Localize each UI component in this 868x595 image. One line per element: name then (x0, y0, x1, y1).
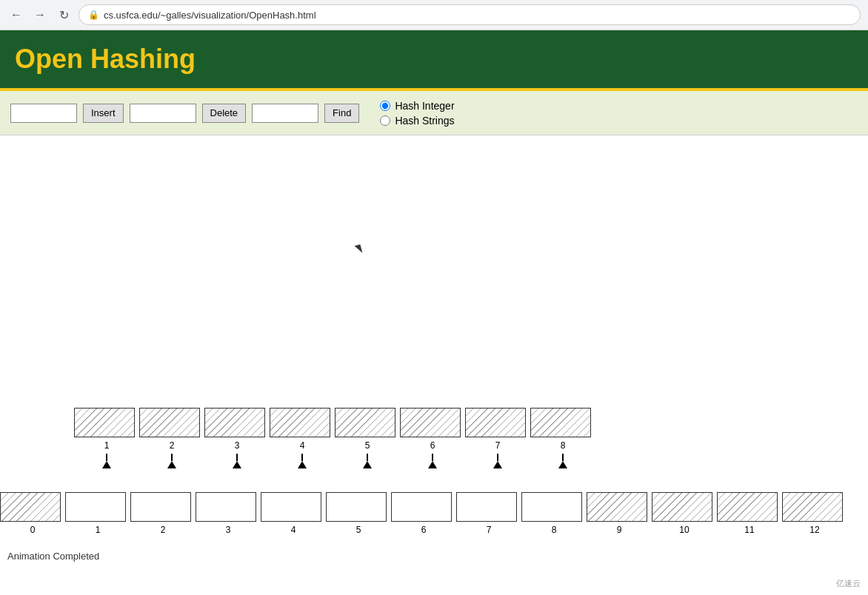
top-slot-1: 1 (74, 408, 139, 468)
refresh-button[interactable]: ↻ (55, 6, 73, 24)
status-bar: Animation Completed (0, 548, 107, 565)
lock-icon: 🔒 (88, 10, 99, 20)
page-header: Open Hashing (0, 30, 868, 91)
bottom-slot-4: 4 (261, 492, 326, 535)
find-button[interactable]: Find (324, 104, 359, 123)
bottom-slot-label-12: 12 (782, 525, 847, 535)
top-slot-4: 4 (270, 408, 335, 468)
bottom-slot-label-8: 8 (521, 525, 587, 535)
top-slot-arrow-3 (204, 454, 270, 468)
top-slot-arrow-1 (74, 454, 139, 468)
delete-input[interactable] (130, 104, 196, 123)
top-slot-box-4 (270, 408, 330, 437)
top-slot-6: 6 (400, 408, 465, 468)
bottom-slot-3: 3 (196, 492, 261, 535)
bottom-slot-box-12 (782, 492, 843, 522)
bottom-slot-label-7: 7 (456, 525, 521, 535)
top-slot-box-2 (139, 408, 200, 437)
top-slot-8: 8 (530, 408, 595, 468)
top-slot-label-3: 3 (204, 440, 270, 451)
bottom-slot-11: 11 (717, 492, 782, 535)
top-slot-label-4: 4 (270, 440, 335, 451)
top-slot-arrow-2 (139, 454, 204, 468)
bottom-slot-10: 10 (652, 492, 717, 535)
hash-integer-text: Hash Integer (395, 100, 454, 112)
bottom-slot-9: 9 (587, 492, 652, 535)
top-slot-arrow-5 (335, 454, 400, 468)
bottom-slot-label-6: 6 (391, 525, 456, 535)
page-title: Open Hashing (15, 44, 853, 75)
top-slot-arrow-8 (530, 454, 595, 468)
top-slot-7: 7 (465, 408, 530, 468)
bottom-slot-1: 1 (65, 492, 130, 535)
top-slot-3: 3 (204, 408, 270, 468)
bottom-slot-box-10 (652, 492, 712, 522)
top-slot-label-5: 5 (335, 440, 400, 451)
insert-button[interactable]: Insert (83, 104, 124, 123)
bottom-slot-box-6 (391, 492, 452, 522)
forward-button[interactable]: → (31, 6, 49, 24)
bottom-slot-label-1: 1 (65, 525, 130, 535)
cursor-arrow (355, 244, 363, 255)
insert-input[interactable] (10, 104, 77, 123)
bottom-slot-label-0: 0 (0, 525, 65, 535)
top-array: 1 2 3 (74, 408, 595, 468)
top-slot-box-6 (400, 408, 461, 437)
top-slot-box-8 (530, 408, 591, 437)
bottom-slot-label-10: 10 (652, 525, 717, 535)
top-slot-label-8: 8 (530, 440, 595, 451)
status-text: Animation Completed (7, 551, 99, 562)
main-area: 1 2 3 (0, 135, 868, 565)
top-slot-label-2: 2 (139, 440, 204, 451)
browser-toolbar: ← → ↻ 🔒 cs.usfca.edu/~galles/visualizati… (0, 0, 868, 30)
controls-bar: Insert Delete Find Hash Integer Hash Str… (0, 91, 868, 135)
bottom-slot-box-2 (130, 492, 191, 522)
bottom-slot-box-1 (65, 492, 126, 522)
url-text: cs.usfca.edu/~galles/visualization/OpenH… (104, 10, 316, 21)
back-button[interactable]: ← (7, 6, 25, 24)
top-slot-label-6: 6 (400, 440, 465, 451)
bottom-slot-box-7 (456, 492, 517, 522)
bottom-slot-label-5: 5 (326, 525, 391, 535)
bottom-slot-box-4 (261, 492, 321, 522)
bottom-slot-label-11: 11 (717, 525, 782, 535)
bottom-array: 0 1 2 3 4 5 6 (0, 492, 847, 535)
top-slot-box-1 (74, 408, 135, 437)
bottom-slot-box-9 (587, 492, 647, 522)
bottom-slot-label-4: 4 (261, 525, 326, 535)
address-bar[interactable]: 🔒 cs.usfca.edu/~galles/visualization/Ope… (79, 4, 861, 25)
bottom-slot-12: 12 (782, 492, 847, 535)
hash-integer-radio[interactable] (380, 101, 390, 111)
hash-strings-text: Hash Strings (395, 115, 454, 127)
delete-button[interactable]: Delete (202, 104, 247, 123)
bottom-slot-box-8 (521, 492, 582, 522)
bottom-slot-2: 2 (130, 492, 196, 535)
top-slot-5: 5 (335, 408, 400, 468)
hash-strings-label[interactable]: Hash Strings (380, 115, 454, 127)
hash-strings-radio[interactable] (380, 115, 390, 126)
bottom-slot-label-3: 3 (196, 525, 261, 535)
bottom-slot-6: 6 (391, 492, 456, 535)
top-slot-2: 2 (139, 408, 204, 468)
bottom-slot-0: 0 (0, 492, 65, 535)
top-slot-arrow-6 (400, 454, 465, 468)
hash-integer-label[interactable]: Hash Integer (380, 100, 454, 112)
top-slot-arrow-7 (465, 454, 530, 468)
top-slot-arrow-4 (270, 454, 335, 468)
top-slot-label-7: 7 (465, 440, 530, 451)
bottom-slot-box-0 (0, 492, 61, 522)
bottom-slot-5: 5 (326, 492, 391, 535)
bottom-slot-8: 8 (521, 492, 587, 535)
top-slot-box-5 (335, 408, 395, 437)
find-input[interactable] (252, 104, 318, 123)
top-slot-box-7 (465, 408, 526, 437)
top-slot-box-3 (204, 408, 265, 437)
bottom-slot-label-9: 9 (587, 525, 652, 535)
bottom-slot-box-11 (717, 492, 778, 522)
bottom-slot-box-3 (196, 492, 256, 522)
top-slot-label-1: 1 (74, 440, 139, 451)
bottom-slot-label-2: 2 (130, 525, 196, 535)
bottom-slot-box-5 (326, 492, 387, 522)
browser-chrome: ← → ↻ 🔒 cs.usfca.edu/~galles/visualizati… (0, 0, 868, 30)
bottom-slot-7: 7 (456, 492, 521, 535)
